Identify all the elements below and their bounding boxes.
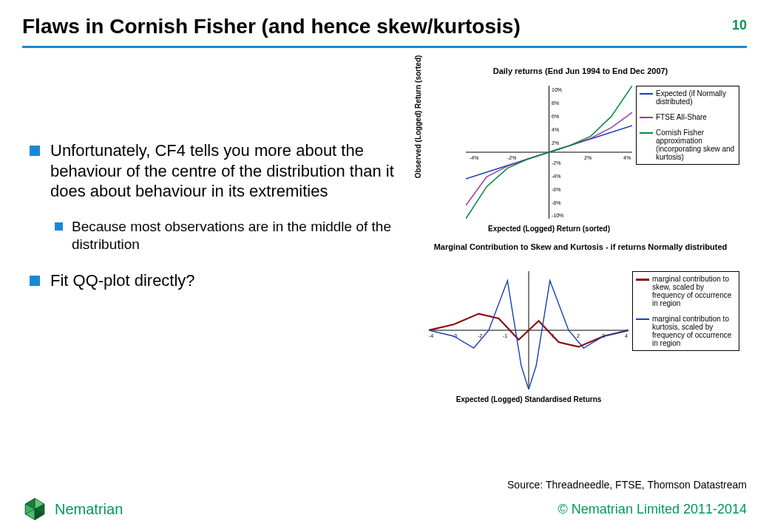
bullet-icon <box>30 146 40 156</box>
slide: Flaws in Cornish Fisher (and hence skew/… <box>0 0 769 532</box>
svg-text:8%: 8% <box>552 100 559 106</box>
legend-item: FTSE All-Share <box>640 113 736 121</box>
page-number: 10 <box>732 18 747 33</box>
svg-text:2%: 2% <box>552 140 559 146</box>
legend-swatch <box>636 279 649 281</box>
copyright: © Nematrian Limited 2011-2014 <box>558 502 747 517</box>
legend-swatch <box>636 318 649 320</box>
brand-logo-icon <box>22 497 47 522</box>
chart2-plot: -4 -3 -2 -1 1 2 3 4 <box>429 271 629 389</box>
chart2-legend: marginal contribution to skew, scaled by… <box>632 271 739 351</box>
svg-text:-6%: -6% <box>552 187 560 192</box>
bullet-1-sub: Because most observations are in the mid… <box>55 218 399 254</box>
svg-text:-4%: -4% <box>552 174 560 179</box>
svg-text:-8%: -8% <box>552 200 560 205</box>
chart1-xlabel: Expected (Logged) Return (sorted) <box>466 225 632 233</box>
svg-text:4: 4 <box>625 333 628 338</box>
page-title: Flaws in Cornish Fisher (and hence skew/… <box>22 15 747 38</box>
svg-text:-4%: -4% <box>470 155 478 160</box>
header-rule <box>22 46 747 48</box>
bullet-icon <box>55 222 63 231</box>
svg-text:-1: -1 <box>503 333 507 338</box>
bullet-1-text: Unfortunately, CF4 tells you more about … <box>50 140 399 202</box>
bullet-1: Unfortunately, CF4 tells you more about … <box>30 140 399 202</box>
chart-2: -4 -3 -2 -1 1 2 3 4 marginal contributio… <box>414 268 739 416</box>
body-bullets: Unfortunately, CF4 tells you more about … <box>30 140 399 307</box>
chart1-ylabel: Observed (Logged) Return (sorted) <box>414 0 422 109</box>
slide-header: Flaws in Cornish Fisher (and hence skew/… <box>22 15 747 38</box>
legend-label: FTSE All-Share <box>656 113 707 121</box>
legend-swatch <box>640 117 653 118</box>
bullet-2: Fit QQ-plot directly? <box>30 270 399 291</box>
svg-text:6%: 6% <box>552 114 559 119</box>
svg-text:4%: 4% <box>623 155 631 160</box>
brand-name: Nematrian <box>55 501 123 518</box>
chart1-title: Daily returns (End Jun 1994 to End Dec 2… <box>414 66 747 75</box>
charts-panel: Daily returns (End Jun 1994 to End Dec 2… <box>414 66 747 416</box>
chart1-legend: Expected (if Normally distributed) FTSE … <box>636 86 739 165</box>
legend-label: marginal contribution to kurtosis, scale… <box>652 315 736 347</box>
legend-swatch <box>640 132 653 134</box>
chart1-plot: -4% -2% 2% 4% 10% 8% 6% 4% 2% -2% -4% -6… <box>466 86 632 219</box>
chart2-xlabel: Expected (Logged) Standardised Returns <box>429 395 629 403</box>
svg-text:-10%: -10% <box>552 213 563 218</box>
svg-text:2: 2 <box>577 333 580 338</box>
chart-1: Observed (Logged) Return (sorted) -4% -2… <box>414 80 739 242</box>
legend-label: Cornish Fisher approximation (incorporat… <box>656 129 736 161</box>
legend-item: marginal contribution to kurtosis, scale… <box>636 315 736 347</box>
legend-item: Expected (if Normally distributed) <box>640 89 736 106</box>
svg-text:-2%: -2% <box>552 160 560 166</box>
slide-footer: Nematrian © Nematrian Limited 2011-2014 <box>22 497 747 522</box>
legend-item: marginal contribution to skew, scaled by… <box>636 275 736 307</box>
legend-label: Expected (if Normally distributed) <box>656 89 736 106</box>
svg-text:4%: 4% <box>552 127 559 132</box>
svg-text:-2%: -2% <box>507 155 516 160</box>
svg-text:-2: -2 <box>478 333 482 338</box>
bullet-1-sub-text: Because most observations are in the mid… <box>72 218 399 254</box>
source-line: Source: Threadneedle, FTSE, Thomson Data… <box>414 479 747 491</box>
svg-text:10%: 10% <box>552 87 562 92</box>
svg-text:-4: -4 <box>429 333 433 338</box>
bullet-2-text: Fit QQ-plot directly? <box>50 270 195 291</box>
legend-label: marginal contribution to skew, scaled by… <box>652 275 736 307</box>
legend-item: Cornish Fisher approximation (incorporat… <box>640 129 736 161</box>
svg-text:2%: 2% <box>584 155 592 160</box>
chart2-title: Marginal Contribution to Skew and Kurtos… <box>414 242 747 252</box>
bullet-icon <box>30 276 40 286</box>
legend-swatch <box>640 93 653 95</box>
